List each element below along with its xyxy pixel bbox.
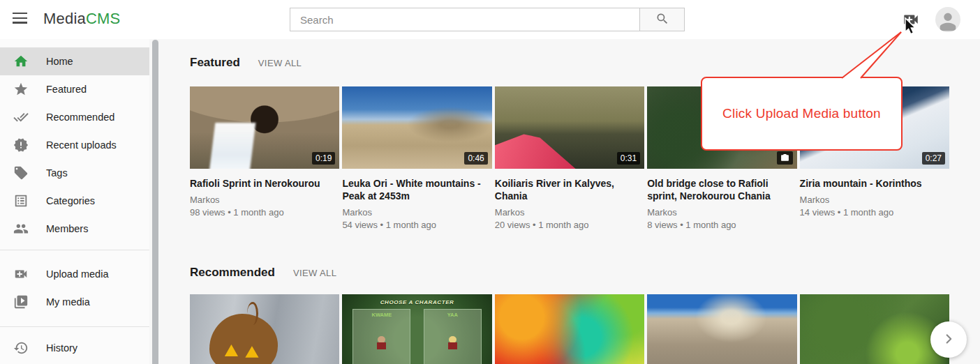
app-logo[interactable]: MediaCMS bbox=[43, 10, 120, 28]
members-icon bbox=[13, 220, 29, 237]
game-title-text: CHOOSE A CHARACTER bbox=[342, 299, 491, 305]
search-input[interactable] bbox=[290, 8, 640, 31]
thumbnail-overlay-text: CHOOSE A CHARACTER KWAMESelected YAASele… bbox=[342, 294, 491, 364]
sidebar-item-my-media[interactable]: My media bbox=[0, 288, 149, 316]
sidebar-item-recent-uploads[interactable]: Recent uploads bbox=[0, 131, 149, 159]
hamburger-icon bbox=[13, 13, 27, 14]
media-card[interactable] bbox=[647, 294, 796, 364]
sidebar-item-label: Featured bbox=[46, 84, 87, 95]
section-title-featured: Featured bbox=[190, 56, 240, 70]
search-form bbox=[290, 8, 685, 31]
section-header: Featured VIEW ALL bbox=[190, 56, 949, 70]
media-meta: 98 views • 1 month ago bbox=[190, 207, 339, 218]
sidebar-item-home[interactable]: Home bbox=[0, 47, 149, 75]
recommended-section: Recommended VIEW ALL CHOOSE A CHARACTER … bbox=[190, 266, 949, 364]
media-title[interactable]: Koiliaris River in Kalyves, Chania bbox=[495, 177, 644, 202]
sidebar-item-label: Home bbox=[46, 56, 73, 67]
duration-badge: 0:31 bbox=[617, 152, 640, 165]
view-all-featured-link[interactable]: VIEW ALL bbox=[258, 58, 302, 68]
logo-text-media: Media bbox=[43, 10, 86, 27]
upload-media-button[interactable] bbox=[901, 10, 920, 29]
sidebar-divider bbox=[0, 250, 149, 250]
sidebar-item-label: History bbox=[46, 342, 77, 354]
home-icon bbox=[13, 53, 29, 70]
media-card[interactable]: 0:46 Leuka Ori - White mountains - Peak … bbox=[342, 86, 491, 230]
sidebar-divider bbox=[0, 326, 149, 327]
media-thumbnail[interactable] bbox=[495, 294, 644, 364]
media-card[interactable] bbox=[495, 294, 644, 364]
media-thumbnail[interactable] bbox=[190, 294, 339, 364]
media-meta: 20 views • 1 month ago bbox=[495, 220, 644, 230]
media-author[interactable]: Markos bbox=[800, 195, 949, 205]
chevron-right-icon bbox=[941, 331, 956, 349]
thumbnail-art bbox=[495, 134, 576, 169]
media-card[interactable]: CHOOSE A CHARACTER KWAMESelected YAASele… bbox=[342, 294, 491, 364]
recommended-cards-row: CHOOSE A CHARACTER KWAMESelected YAASele… bbox=[190, 294, 949, 364]
sidebar-item-label: Categories bbox=[46, 195, 95, 206]
media-author[interactable]: Markos bbox=[647, 207, 796, 218]
sidebar-item-label: My media bbox=[46, 296, 90, 308]
media-author[interactable]: Markos bbox=[342, 207, 491, 218]
sidebar-item-history[interactable]: History bbox=[0, 334, 149, 362]
media-card[interactable] bbox=[190, 294, 339, 364]
media-card[interactable]: 0:19 Rafioli Sprint in Nerokourou Markos… bbox=[190, 86, 339, 230]
star-icon bbox=[13, 81, 29, 98]
media-thumbnail[interactable]: 0:19 bbox=[190, 86, 339, 169]
media-thumbnail[interactable]: 0:31 bbox=[495, 86, 644, 169]
media-title[interactable]: Ziria mountain - Korinthos bbox=[800, 177, 949, 190]
sidebar-item-label: Members bbox=[46, 223, 88, 234]
duration-badge: 0:46 bbox=[464, 152, 487, 165]
video-call-plus-icon bbox=[902, 20, 920, 31]
media-meta: 14 views • 1 month ago bbox=[800, 207, 949, 218]
media-title[interactable]: Leuka Ori - White mountains - Peak at 24… bbox=[342, 177, 491, 202]
done-all-icon bbox=[13, 109, 29, 126]
sidebar-item-featured[interactable]: Featured bbox=[0, 75, 149, 103]
history-icon bbox=[13, 340, 29, 356]
sidebar-item-categories[interactable]: Categories bbox=[0, 187, 149, 215]
menu-button[interactable] bbox=[11, 12, 28, 27]
sidebar-item-recommended[interactable]: Recommended bbox=[0, 103, 149, 131]
new-releases-icon bbox=[13, 137, 29, 153]
media-card[interactable]: 0:31 Koiliaris River in Kalyves, Chania … bbox=[495, 86, 644, 230]
sidebar-item-label: Tags bbox=[46, 167, 68, 179]
media-thumbnail[interactable]: CHOOSE A CHARACTER KWAMESelected YAASele… bbox=[342, 294, 491, 364]
categories-icon bbox=[13, 192, 29, 209]
media-title[interactable]: Rafioli Sprint in Nerokourou bbox=[190, 177, 339, 190]
search-button[interactable] bbox=[640, 8, 685, 31]
sidebar-primary-nav: Home Featured Recommended Recent uploads… bbox=[0, 47, 149, 243]
media-thumbnail[interactable]: 0:46 bbox=[342, 86, 491, 169]
sidebar-item-tags[interactable]: Tags bbox=[0, 159, 149, 187]
thumbnail-art bbox=[209, 314, 279, 364]
user-avatar[interactable] bbox=[935, 7, 960, 32]
video-call-icon bbox=[13, 266, 29, 282]
sidebar-item-upload-media[interactable]: Upload media bbox=[0, 260, 149, 288]
media-title[interactable]: Old bridge close to Rafioli sprint, Nero… bbox=[647, 177, 796, 202]
section-header: Recommended VIEW ALL bbox=[190, 266, 949, 280]
duration-badge: 0:27 bbox=[922, 152, 945, 165]
media-meta: 54 views • 1 month ago bbox=[342, 220, 491, 230]
sidebar-scrollbar[interactable] bbox=[152, 40, 158, 364]
media-thumbnail[interactable] bbox=[800, 294, 949, 364]
sidebar-item-label: Recent uploads bbox=[46, 139, 117, 151]
sidebar-item-label: Upload media bbox=[46, 268, 108, 280]
sidebar-history-nav: History bbox=[0, 334, 149, 362]
media-thumbnail[interactable] bbox=[647, 294, 796, 364]
media-author[interactable]: Markos bbox=[495, 207, 644, 218]
sidebar-item-label: Recommended bbox=[46, 112, 114, 123]
sidebar: Home Featured Recommended Recent uploads… bbox=[0, 39, 149, 364]
media-card[interactable] bbox=[800, 294, 949, 364]
media-author[interactable]: Markos bbox=[190, 195, 339, 205]
section-title-recommended: Recommended bbox=[190, 266, 275, 280]
view-all-recommended-link[interactable]: VIEW ALL bbox=[293, 268, 336, 278]
upload-callout-tooltip: Click Upload Media button bbox=[701, 77, 903, 151]
person-silhouette-icon bbox=[936, 24, 960, 32]
tag-icon bbox=[13, 165, 29, 181]
callout-text: Click Upload Media button bbox=[722, 106, 881, 121]
game-character-sprite bbox=[447, 336, 458, 353]
sidebar-item-members[interactable]: Members bbox=[0, 215, 149, 243]
top-bar: MediaCMS bbox=[0, 0, 980, 39]
media-meta: 8 views • 1 month ago bbox=[647, 220, 796, 230]
carousel-next-button[interactable] bbox=[930, 321, 967, 358]
duration-badge: 0:19 bbox=[312, 152, 335, 165]
logo-text-cms: CMS bbox=[86, 10, 121, 27]
